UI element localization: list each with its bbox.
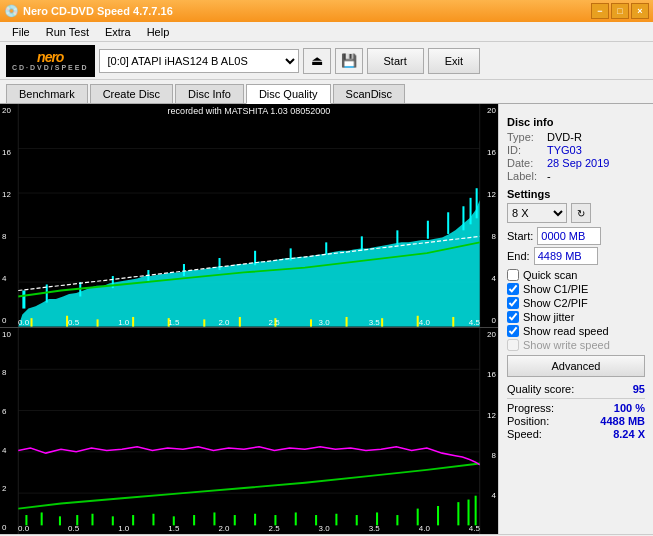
svg-rect-7 (22, 290, 25, 308)
menu-bar: File Run Test Extra Help (0, 22, 653, 42)
end-mb-row: End: (507, 247, 645, 265)
disc-date-label: Date: (507, 157, 543, 169)
tab-create-disc[interactable]: Create Disc (90, 84, 173, 103)
sidebar: Disc info Type: DVD-R ID: TYG03 Date: 28… (498, 104, 653, 534)
tab-scan-disc[interactable]: ScanDisc (333, 84, 405, 103)
show-write-speed-label: Show write speed (523, 339, 610, 351)
disc-type-row: Type: DVD-R (507, 131, 645, 143)
show-c1-pie-label: Show C1/PIE (523, 283, 588, 295)
x-lower-05: 0.5 (68, 524, 79, 533)
x-lower-3: 3.0 (319, 524, 330, 533)
progress-row: Progress: 100 % (507, 402, 645, 414)
disc-date-value: 28 Sep 2019 (547, 157, 609, 169)
menu-run-test[interactable]: Run Test (38, 24, 97, 40)
show-write-speed-row: Show write speed (507, 339, 645, 351)
x-upper-1: 1.0 (118, 318, 129, 327)
svg-rect-19 (427, 221, 429, 239)
upper-chart-svg (0, 104, 498, 327)
svg-rect-23 (476, 188, 478, 218)
svg-rect-65 (417, 508, 419, 525)
show-c2-pif-checkbox[interactable] (507, 297, 519, 309)
quality-score-label: Quality score: (507, 383, 574, 395)
close-button[interactable]: × (631, 3, 649, 19)
show-c2-pif-row: Show C2/PIF (507, 297, 645, 309)
save-icon-button[interactable]: 💾 (335, 48, 363, 74)
title-bar-left: 💿 Nero CD-DVD Speed 4.7.7.16 (4, 4, 173, 18)
show-c2-pif-label: Show C2/PIF (523, 297, 588, 309)
quality-score-value: 95 (633, 383, 645, 395)
show-read-speed-checkbox[interactable] (507, 325, 519, 337)
end-label: End: (507, 250, 530, 262)
settings-refresh-button[interactable]: ↻ (571, 203, 591, 223)
quick-scan-row: Quick scan (507, 269, 645, 281)
svg-rect-13 (219, 258, 221, 270)
start-button[interactable]: Start (367, 48, 424, 74)
speed-label: Speed: (507, 428, 542, 440)
eject-icon-button[interactable]: ⏏ (303, 48, 331, 74)
disc-label-row: Label: - (507, 170, 645, 182)
x-lower-35: 3.5 (369, 524, 380, 533)
exit-button[interactable]: Exit (428, 48, 480, 74)
x-upper-45: 4.5 (469, 318, 480, 327)
speed-settings-row: 8 X ↻ (507, 203, 645, 223)
lower-chart: 10 8 6 4 2 0 20 16 12 8 4 (0, 328, 498, 534)
svg-rect-21 (462, 206, 464, 230)
tab-disc-quality[interactable]: Disc Quality (246, 84, 331, 104)
x-lower-2: 2.0 (218, 524, 229, 533)
svg-rect-12 (183, 264, 185, 276)
disc-info-title: Disc info (507, 116, 645, 128)
show-write-speed-checkbox[interactable] (507, 339, 519, 351)
x-upper-05: 0.5 (68, 318, 79, 327)
show-read-speed-row: Show read speed (507, 325, 645, 337)
x-upper-4: 4.0 (419, 318, 430, 327)
show-read-speed-label: Show read speed (523, 325, 609, 337)
svg-rect-17 (361, 236, 363, 250)
x-upper-0: 0.0 (18, 318, 29, 327)
disc-type-label: Type: (507, 131, 543, 143)
start-mb-field[interactable] (537, 227, 601, 245)
settings-title: Settings (507, 188, 645, 200)
x-upper-35: 3.5 (369, 318, 380, 327)
position-value: 4488 MB (600, 415, 645, 427)
x-lower-45: 4.5 (469, 524, 480, 533)
title-bar-controls: − □ × (591, 3, 649, 19)
menu-extra[interactable]: Extra (97, 24, 139, 40)
svg-rect-69 (475, 495, 477, 525)
tab-disc-info[interactable]: Disc Info (175, 84, 244, 103)
drive-select[interactable]: [0:0] ATAPI iHAS124 B AL0S (99, 49, 299, 73)
title-bar: 💿 Nero CD-DVD Speed 4.7.7.16 − □ × (0, 0, 653, 22)
quality-score-row: Quality score: 95 (507, 383, 645, 395)
end-mb-field[interactable] (534, 247, 598, 265)
svg-rect-22 (470, 198, 472, 224)
show-jitter-label: Show jitter (523, 311, 574, 323)
svg-rect-20 (447, 212, 449, 234)
x-lower-25: 2.5 (268, 524, 279, 533)
app-title: Nero CD-DVD Speed 4.7.7.16 (23, 5, 173, 17)
show-c1-pie-checkbox[interactable] (507, 283, 519, 295)
svg-rect-18 (396, 230, 398, 244)
svg-rect-68 (468, 499, 470, 525)
upper-chart: recorded with MATSHITA 1.03 08052000 20 … (0, 104, 498, 328)
nero-logo: nero CD·DVD/SPEED (6, 45, 95, 77)
x-upper-15: 1.5 (168, 318, 179, 327)
quick-scan-checkbox[interactable] (507, 269, 519, 281)
quick-scan-label: Quick scan (523, 269, 577, 281)
position-label: Position: (507, 415, 549, 427)
speed-select[interactable]: 8 X (507, 203, 567, 223)
x-lower-0: 0.0 (18, 524, 29, 533)
start-mb-row: Start: (507, 227, 645, 245)
x-lower-4: 4.0 (419, 524, 430, 533)
chart-area: recorded with MATSHITA 1.03 08052000 20 … (0, 104, 498, 534)
svg-rect-67 (457, 502, 459, 525)
show-jitter-checkbox[interactable] (507, 311, 519, 323)
svg-rect-11 (147, 270, 149, 282)
maximize-button[interactable]: □ (611, 3, 629, 19)
speed-row: Speed: 8.24 X (507, 428, 645, 440)
lower-chart-svg (0, 328, 498, 534)
minimize-button[interactable]: − (591, 3, 609, 19)
advanced-button[interactable]: Advanced (507, 355, 645, 377)
tab-benchmark[interactable]: Benchmark (6, 84, 88, 103)
menu-file[interactable]: File (4, 24, 38, 40)
position-row: Position: 4488 MB (507, 415, 645, 427)
menu-help[interactable]: Help (139, 24, 178, 40)
